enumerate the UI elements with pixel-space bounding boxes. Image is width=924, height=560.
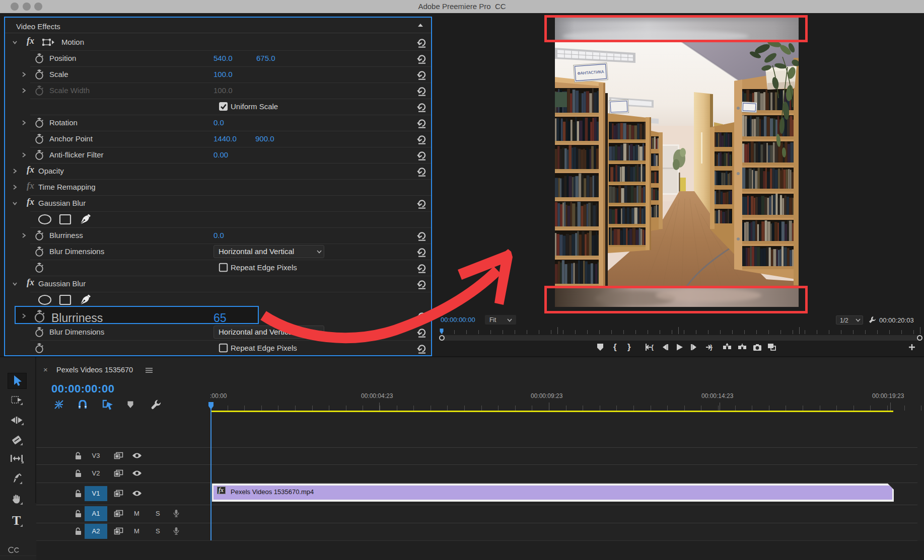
svg-text:}: } bbox=[710, 343, 713, 351]
svg-text:{: { bbox=[651, 343, 654, 351]
